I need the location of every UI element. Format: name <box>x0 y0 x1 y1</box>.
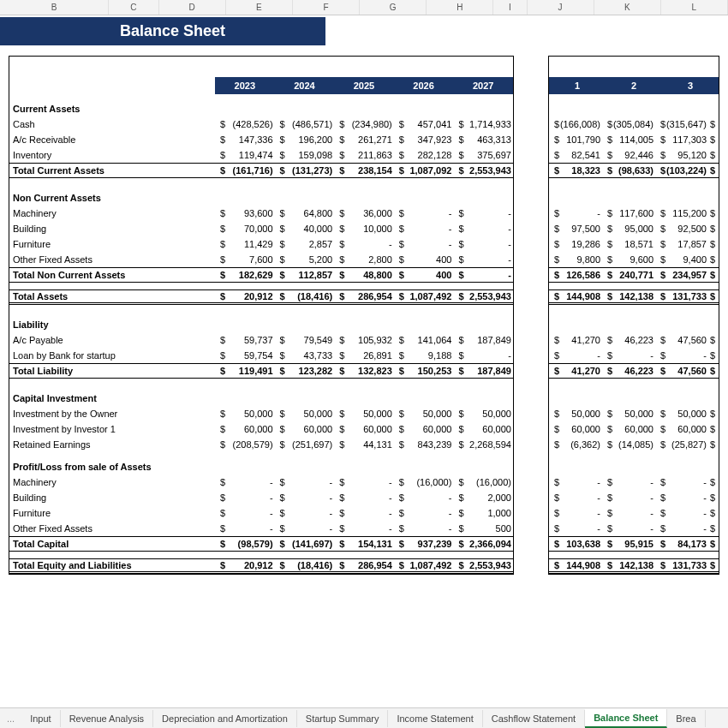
value-cell[interactable]: $- <box>549 208 602 218</box>
value-cell[interactable]: $50,000 <box>215 409 275 419</box>
value-cell[interactable]: $- <box>453 270 513 280</box>
value-cell[interactable]: $142,138 <box>602 560 655 570</box>
row-label[interactable]: Other Fixed Assets <box>9 254 215 265</box>
value-cell[interactable]: $17,857 <box>655 239 708 249</box>
value-cell[interactable]: $114,005 <box>602 134 655 145</box>
value-cell[interactable]: $(16,000) <box>394 477 454 487</box>
value-cell[interactable]: $150,253 <box>394 366 454 376</box>
value-cell[interactable]: $92,500 <box>655 224 708 234</box>
value-cell[interactable]: $- <box>394 492 454 503</box>
value-cell[interactable]: $50,000 <box>275 409 335 419</box>
value-cell[interactable]: $95,915 <box>602 539 655 549</box>
value-cell[interactable]: $(18,416) <box>275 291 335 301</box>
value-cell[interactable]: $- <box>655 477 708 487</box>
value-cell[interactable]: $(251,697) <box>275 439 335 450</box>
value-cell[interactable]: $- <box>655 350 708 361</box>
row-label[interactable]: Inventory <box>9 150 215 160</box>
value-cell[interactable]: $- <box>394 224 454 234</box>
value-cell[interactable]: $142,138 <box>602 291 655 301</box>
value-cell[interactable]: $- <box>453 224 513 234</box>
value-cell[interactable]: $187,849 <box>453 366 513 376</box>
value-cell[interactable]: $9,400 <box>655 254 708 265</box>
year-header[interactable]: 3 <box>662 77 719 94</box>
year-header[interactable]: 2023 <box>215 77 275 94</box>
sheet-tab[interactable]: Startup Summary <box>297 710 389 727</box>
value-cell[interactable]: $123,282 <box>275 366 335 376</box>
value-cell[interactable]: $- <box>275 492 335 503</box>
value-cell[interactable]: $47,560 <box>655 335 708 345</box>
value-cell[interactable]: $261,271 <box>334 134 394 145</box>
value-cell[interactable]: $41,270 <box>549 335 602 345</box>
row-label[interactable]: Total Assets <box>9 291 215 301</box>
col-header[interactable]: G <box>360 0 427 15</box>
value-cell[interactable]: $196,200 <box>275 134 335 145</box>
value-cell[interactable]: $41,270 <box>549 366 602 376</box>
year-header[interactable]: 2 <box>606 77 662 94</box>
value-cell[interactable]: $- <box>453 208 513 218</box>
value-cell[interactable]: $93,600 <box>215 208 275 218</box>
value-cell[interactable]: $82,541 <box>549 150 602 160</box>
value-cell[interactable]: $147,336 <box>215 134 275 145</box>
row-label[interactable]: Furniture <box>9 239 215 249</box>
value-cell[interactable]: $59,737 <box>215 335 275 345</box>
value-cell[interactable]: $19,286 <box>549 239 602 249</box>
row-label[interactable]: Building <box>9 224 215 234</box>
value-cell[interactable]: $60,000 <box>453 424 513 434</box>
value-cell[interactable]: $238,154 <box>334 165 394 176</box>
value-cell[interactable]: $9,188 <box>394 350 454 361</box>
value-cell[interactable]: $- <box>394 239 454 249</box>
value-cell[interactable]: $- <box>275 477 335 487</box>
value-cell[interactable]: $457,041 <box>394 119 454 129</box>
col-header[interactable]: B <box>0 0 109 15</box>
value-cell[interactable]: $843,239 <box>394 439 454 450</box>
value-cell[interactable]: $- <box>453 254 513 265</box>
value-cell[interactable]: $2,553,943 <box>453 291 513 301</box>
value-cell[interactable]: $132,823 <box>334 366 394 376</box>
value-cell[interactable]: $500 <box>453 523 513 534</box>
value-cell[interactable]: $(141,697) <box>275 539 335 549</box>
value-cell[interactable]: $- <box>453 350 513 361</box>
value-cell[interactable]: $60,000 <box>655 424 708 434</box>
value-cell[interactable]: $40,000 <box>275 224 335 234</box>
value-cell[interactable]: $47,560 <box>655 366 708 376</box>
value-cell[interactable]: $50,000 <box>334 409 394 419</box>
value-cell[interactable]: $- <box>334 239 394 249</box>
value-cell[interactable]: $95,000 <box>602 224 655 234</box>
value-cell[interactable]: $46,223 <box>602 335 655 345</box>
value-cell[interactable]: $60,000 <box>334 424 394 434</box>
row-label[interactable]: Non Current Assets <box>9 193 215 203</box>
value-cell[interactable]: $9,600 <box>602 254 655 265</box>
value-cell[interactable]: $- <box>655 492 708 503</box>
value-cell[interactable]: $64,800 <box>275 208 335 218</box>
value-cell[interactable]: $(131,273) <box>275 165 335 176</box>
value-cell[interactable]: $(103,224) <box>655 165 708 176</box>
value-cell[interactable]: $- <box>602 492 655 503</box>
value-cell[interactable]: $60,000 <box>275 424 335 434</box>
value-cell[interactable]: $347,923 <box>394 134 454 145</box>
value-cell[interactable]: $(305,084) <box>602 119 655 129</box>
value-cell[interactable]: $(16,000) <box>453 477 513 487</box>
sheet-tab[interactable]: Depreciation and Amortization <box>153 710 297 727</box>
row-label[interactable]: Furniture <box>9 508 215 518</box>
value-cell[interactable]: $101,790 <box>549 134 602 145</box>
value-cell[interactable]: $- <box>549 477 602 487</box>
value-cell[interactable]: $103,638 <box>549 539 602 549</box>
value-cell[interactable]: $2,366,094 <box>453 539 513 549</box>
value-cell[interactable]: $187,849 <box>453 335 513 345</box>
row-label[interactable]: Building <box>9 492 215 503</box>
value-cell[interactable]: $(98,579) <box>215 539 275 549</box>
value-cell[interactable]: $97,500 <box>549 224 602 234</box>
value-cell[interactable]: $- <box>549 492 602 503</box>
value-cell[interactable]: $- <box>334 523 394 534</box>
value-cell[interactable]: $282,128 <box>394 150 454 160</box>
row-label[interactable]: Total Current Assets <box>9 165 215 176</box>
value-cell[interactable]: $- <box>215 523 275 534</box>
row-label[interactable]: Loan by Bank for startup <box>9 350 215 361</box>
value-cell[interactable]: $(6,362) <box>549 439 602 450</box>
value-cell[interactable]: $(315,647) <box>655 119 708 129</box>
value-cell[interactable]: $- <box>602 508 655 518</box>
value-cell[interactable]: $117,600 <box>602 208 655 218</box>
row-label[interactable]: Profit/Loss from sale of Assets <box>9 462 215 472</box>
value-cell[interactable]: $- <box>602 523 655 534</box>
value-cell[interactable]: $(98,633) <box>602 165 655 176</box>
